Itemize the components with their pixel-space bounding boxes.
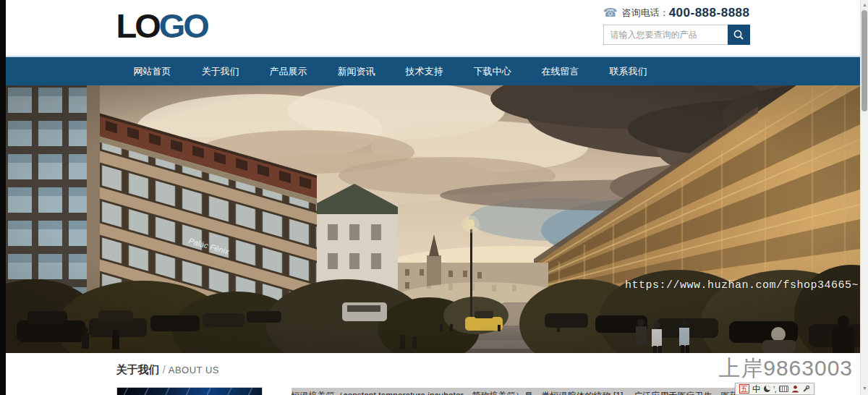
nav-item-products[interactable]: 产品展示 [270,65,307,78]
main-nav: 网站首页 关于我们 产品展示 新闻资讯 技术支持 下载中心 在线留言 联系我们 [6,57,860,85]
hero-banner-image: Palác Fénix [6,85,860,353]
nav-item-download[interactable]: 下载中心 [474,65,511,78]
nav-item-support[interactable]: 技术支持 [406,65,443,78]
nav-item-message[interactable]: 在线留言 [542,65,579,78]
hotline: ☎ 咨询电话： 400-888-8888 [603,5,750,21]
hotline-number: 400-888-8888 [669,6,750,20]
nav-item-home[interactable]: 网站首页 [134,65,171,78]
ime-toolbar[interactable]: 五 中 ’, [735,383,814,395]
ime-settings-wrench-icon[interactable] [802,385,810,393]
hotline-label: 咨询电话： [622,7,669,20]
selected-text: 恒温培养箱（constant temperature incubator，简称培… [292,388,782,395]
search-icon [733,29,744,41]
phone-icon: ☎ [603,7,618,19]
city-street-photo: Palác Fénix [6,85,860,353]
about-thumbnail-image [116,387,263,395]
scrollbar-up-arrow-icon[interactable]: ▲ [861,1,868,9]
logo-text-black: LO [116,7,159,45]
ime-language-mode-toggle[interactable]: 中 [752,385,761,394]
ime-keyboard-icon[interactable] [779,386,788,392]
search-input[interactable] [603,25,728,45]
search-button[interactable] [728,25,750,45]
site-header: LOGO ☎ 咨询电话： 400-888-8888 [6,0,860,57]
about-paragraph: 恒温培养箱（constant temperature incubator，简称培… [292,387,782,395]
ime-fullwidth-moon-icon[interactable] [764,386,770,392]
ime-logo-icon[interactable]: 五 [739,384,749,394]
nav-item-about[interactable]: 关于我们 [202,65,239,78]
webpage: LOGO ☎ 咨询电话： 400-888-8888 [6,0,860,395]
ime-punctuation-toggle[interactable]: ’, [773,386,776,393]
section-title-cn: 关于我们 [116,363,160,375]
nav-item-news[interactable]: 新闻资讯 [338,65,375,78]
site-logo[interactable]: LOGO [116,8,208,44]
section-title-separator: / [163,364,166,375]
logo-text-blue: GO [159,7,208,45]
scrollbar-thumb[interactable] [861,10,867,111]
account-watermark-text: 上岸9863003 [718,354,853,383]
nav-item-contact[interactable]: 联系我们 [610,65,647,78]
search-bar [603,25,750,45]
browser-viewport: LOGO ☎ 咨询电话： 400-888-8888 [0,0,868,395]
section-title: 关于我们 / ABOUT US [116,363,750,377]
section-title-en: ABOUT US [169,365,219,375]
ime-user-icon[interactable] [791,385,799,393]
scrollbar-down-arrow-icon[interactable]: ▼ [861,385,868,392]
vertical-scrollbar[interactable]: ▲ ▼ [860,0,868,395]
